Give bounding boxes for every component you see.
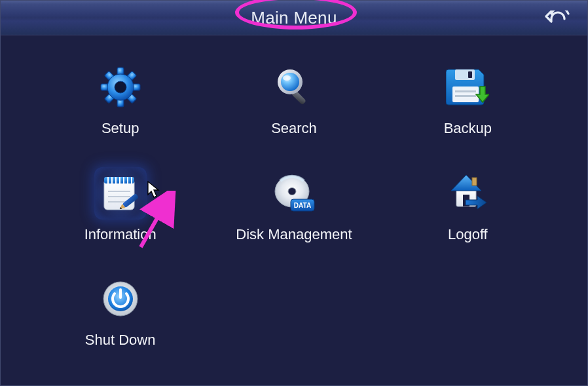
house-logoff-icon: [441, 167, 494, 220]
menu-item-logoff[interactable]: Logoff: [381, 161, 555, 267]
empty-cell: [381, 266, 555, 372]
menu-grid: Setup: [33, 54, 555, 372]
svg-rect-18: [455, 95, 476, 97]
window-title: Main Menu: [251, 8, 337, 28]
gear-icon: [94, 61, 147, 113]
menu-item-label: Setup: [101, 120, 139, 137]
svg-point-12: [281, 73, 299, 91]
svg-point-35: [288, 187, 296, 195]
menu-item-label: Search: [271, 120, 317, 137]
menu-item-setup[interactable]: Setup: [33, 54, 207, 161]
menu-item-label: Disk Management: [236, 226, 352, 243]
back-arrow-icon: [545, 10, 571, 25]
menu-item-label: Shut Down: [85, 332, 156, 349]
svg-rect-16: [452, 87, 479, 102]
floppy-disk-icon: [441, 61, 494, 113]
main-content: Setup: [1, 35, 587, 385]
menu-item-label: Backup: [444, 120, 492, 137]
menu-item-information[interactable]: Information: [33, 161, 207, 267]
svg-rect-40: [472, 178, 477, 185]
empty-cell: [207, 266, 380, 372]
disc-icon: DATA: [268, 167, 320, 220]
titlebar: Main Menu: [1, 1, 587, 35]
svg-rect-15: [468, 71, 472, 78]
menu-item-search[interactable]: Search: [207, 54, 380, 161]
svg-rect-17: [455, 90, 476, 92]
menu-item-label: Information: [84, 226, 156, 243]
notepad-icon: [94, 167, 147, 220]
menu-item-backup[interactable]: Backup: [381, 54, 555, 161]
svg-text:DATA: DATA: [294, 202, 311, 209]
menu-item-shutdown[interactable]: Shut Down: [33, 266, 207, 372]
svg-point-9: [115, 81, 126, 93]
menu-item-label: Logoff: [448, 226, 488, 243]
power-icon: [94, 273, 147, 325]
magnifier-icon: [268, 61, 320, 113]
menu-item-disk-management[interactable]: DATA Disk Management: [207, 161, 380, 267]
main-menu-window: Main Menu: [0, 0, 588, 386]
svg-point-13: [283, 75, 291, 81]
svg-rect-19: [104, 180, 134, 210]
back-button[interactable]: [543, 8, 573, 28]
